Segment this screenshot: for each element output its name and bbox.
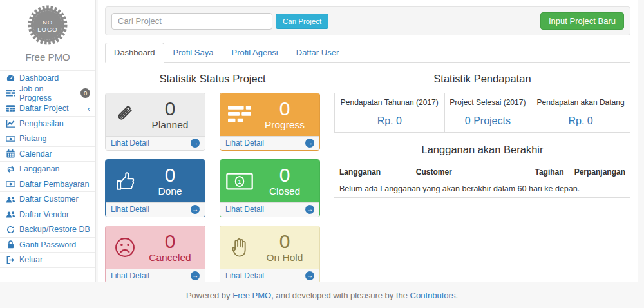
- card-body: 1 0 Closed: [220, 160, 319, 202]
- card-body: 0 Done: [106, 160, 205, 202]
- lihat-detail-link-planned[interactable]: Lihat Detail →: [106, 136, 205, 150]
- retweet-icon: [5, 164, 15, 174]
- sidebar-item-calendar[interactable]: Calendar: [0, 147, 95, 162]
- sidebar-item-label: Keluar: [19, 255, 43, 264]
- status-section-title: Statistik Status Project: [105, 73, 320, 85]
- page-footer: Powered by Free PMO, and developed with …: [0, 282, 644, 308]
- footer-text: Powered by: [186, 291, 231, 300]
- status-card-closed: 1 0 Closed Lihat Detail →: [220, 159, 320, 217]
- sidebar-item-ganti-password[interactable]: Ganti Password: [0, 238, 95, 253]
- lihat-detail-label: Lihat Detail: [111, 205, 149, 214]
- lihat-detail-link-canceled[interactable]: Lihat Detail →: [106, 269, 205, 283]
- sidebar-item-keluar[interactable]: Keluar: [0, 253, 95, 268]
- chevron-left-icon: ‹: [88, 104, 90, 113]
- sidebar-item-label: Dashboard: [19, 73, 59, 82]
- hand-icon: [225, 236, 254, 258]
- status-card-planned: 0 Planned Lihat Detail →: [105, 93, 205, 151]
- dashboard-content: Statistik Status Project 0 Planned Lihat…: [98, 63, 638, 284]
- sidebar-item-daftar-project[interactable]: Daftar Project ‹: [0, 101, 95, 117]
- sidebar-item-label: Calendar: [19, 149, 52, 159]
- free-pmo-link[interactable]: Free PMO: [232, 291, 271, 300]
- lock-icon: [5, 240, 15, 250]
- arrow-circle-right-icon: →: [191, 205, 200, 214]
- closed-label: Closed: [269, 186, 300, 197]
- tab-bar: Dashboard Profil Saya Profil Agensi Daft…: [105, 43, 630, 63]
- done-count: 0: [165, 165, 176, 186]
- income-stat-value: 0 Projects: [444, 111, 531, 133]
- users-icon: [5, 194, 15, 204]
- footer-text: , and developed with pleasure by the: [271, 291, 408, 300]
- tab-profil-agensi[interactable]: Profil Agensi: [222, 43, 287, 63]
- sidebar-nav: Dashboard Job on Progress 0 Daftar Proje…: [0, 70, 95, 268]
- arrow-circle-right-icon: →: [191, 271, 200, 280]
- lihat-detail-label: Lihat Detail: [111, 139, 149, 148]
- refresh-icon: [5, 224, 15, 235]
- lihat-detail-label: Lihat Detail: [225, 271, 264, 280]
- logo-text-line2: LOGO: [37, 26, 57, 33]
- column-header: Customer: [411, 164, 528, 180]
- lihat-detail-link-progress[interactable]: Lihat Detail →: [220, 136, 319, 150]
- footer-text: .: [455, 291, 458, 300]
- income-stat-value: Rp. 0: [531, 111, 630, 133]
- sidebar-item-piutang[interactable]: Piutang: [0, 131, 95, 147]
- lihat-detail-link-on-hold[interactable]: Lihat Detail →: [220, 269, 319, 283]
- income-stat-value: Rp. 0: [335, 111, 445, 133]
- sidebar-item-daftar-vendor[interactable]: Daftar Vendor: [0, 207, 95, 223]
- subscription-empty-row: Belum ada Langganan yang akan berakhir d…: [334, 180, 630, 198]
- sidebar-item-label: Langganan: [19, 164, 60, 173]
- sidebar-item-job-on-progress[interactable]: Job on Progress 0: [0, 86, 95, 102]
- lihat-detail-label: Lihat Detail: [225, 205, 264, 214]
- income-stat-label: Pendapatan Tahunan (2017): [335, 93, 445, 111]
- done-label: Done: [158, 186, 182, 197]
- sidebar-item-label: Daftar Project: [19, 104, 68, 113]
- status-card-canceled: 0 Canceled Lihat Detail →: [105, 226, 205, 284]
- sidebar-item-backup-restore-db[interactable]: Backup/Restore DB: [0, 222, 95, 238]
- contributors-link[interactable]: Contributors: [410, 291, 456, 300]
- app-name: Free PMO: [0, 52, 95, 63]
- logo-text-line1: NO: [43, 19, 53, 26]
- planned-count: 0: [165, 99, 176, 119]
- sign-out-icon: [5, 255, 15, 265]
- on-hold-label: On Hold: [267, 252, 303, 264]
- column-header: Tagihan: [527, 164, 569, 180]
- sidebar-item-daftar-pembayaran[interactable]: Daftar Pembayaran: [0, 177, 95, 193]
- closed-count: 0: [279, 165, 290, 186]
- on-hold-count: 0: [279, 231, 290, 252]
- search-button[interactable]: Cari Project: [276, 14, 328, 29]
- empty-message: Belum ada Langganan yang akan berakhir d…: [334, 180, 630, 198]
- status-card-on-hold: 0 On Hold Lihat Detail →: [220, 226, 320, 284]
- card-body: 0 Planned: [106, 93, 205, 136]
- lihat-detail-link-closed[interactable]: Lihat Detail →: [220, 202, 319, 217]
- input-project-baru-button[interactable]: Input Project Baru: [540, 12, 624, 30]
- tab-daftar-user[interactable]: Daftar User: [287, 43, 348, 63]
- subscription-table: Langganan Customer Tagihan Perpanjangan …: [334, 164, 630, 198]
- svg-text:1: 1: [238, 178, 242, 185]
- income-section: Statistik Pendapatan Pendapatan Tahunan …: [334, 66, 630, 284]
- brand-logo: NO LOGO Free PMO: [0, 0, 95, 63]
- sidebar-item-penghasilan[interactable]: Penghasilan: [0, 117, 95, 132]
- column-header: Perpanjangan: [569, 164, 630, 180]
- planned-label: Planned: [152, 119, 189, 131]
- income-section-title: Statistik Pendapatan: [334, 73, 630, 85]
- money-bill-icon: 1: [225, 173, 254, 190]
- status-card-done: 0 Done Lihat Detail →: [105, 159, 205, 217]
- sidebar-item-label: Job on Progress: [19, 84, 77, 102]
- lihat-detail-link-done[interactable]: Lihat Detail →: [106, 202, 205, 217]
- status-card-progress: 0 Progress Lihat Detail →: [220, 93, 320, 151]
- tab-profil-saya[interactable]: Profil Saya: [164, 43, 223, 63]
- sidebar-item-daftar-customer[interactable]: Daftar Customer: [0, 192, 95, 207]
- table-icon: [5, 103, 15, 113]
- column-header: Langganan: [334, 164, 411, 180]
- status-section: Statistik Status Project 0 Planned Lihat…: [105, 66, 320, 284]
- income-stat-label: Pendapatan akan Datang: [531, 93, 630, 111]
- main-panel: Cari Project Input Project Baru Dashboar…: [98, 0, 638, 282]
- search-input[interactable]: [111, 13, 272, 30]
- tab-dashboard[interactable]: Dashboard: [105, 43, 164, 63]
- arrow-circle-right-icon: →: [305, 205, 314, 214]
- sidebar-item-langganan[interactable]: Langganan: [0, 162, 95, 177]
- income-stat-label: Project Selesai (2017): [444, 93, 531, 111]
- money-icon: [5, 133, 15, 144]
- arrow-circle-right-icon: →: [191, 139, 200, 148]
- card-body: 0 Progress: [220, 93, 319, 136]
- thumbs-up-icon: [110, 170, 140, 192]
